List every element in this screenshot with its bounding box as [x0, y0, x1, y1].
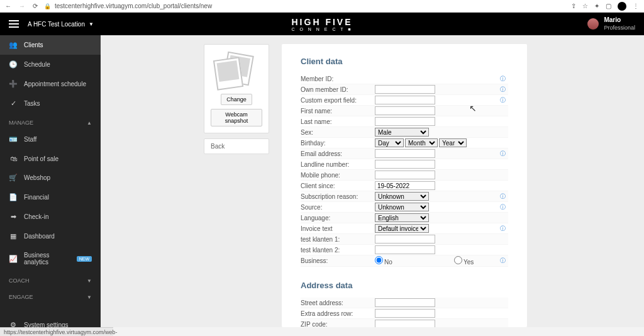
extra-address-input[interactable] — [375, 309, 435, 318]
section-title-client: Client data — [301, 57, 508, 66]
sidebar-item-pos[interactable]: 🛍Point of sale — [0, 149, 101, 168]
sidebar-item-label: Schedule — [24, 61, 50, 68]
sidebar-section-coach[interactable]: COACH▼ — [0, 271, 101, 288]
source-select[interactable]: Unknown — [375, 203, 429, 211]
own-member-id-input[interactable] — [375, 85, 435, 94]
sidebar-section-engage[interactable]: ENGAGE▼ — [0, 288, 101, 304]
nav-reload-icon[interactable]: ⟳ — [33, 3, 38, 9]
business-no-option[interactable]: No — [375, 256, 449, 266]
chevron-up-icon: ▲ — [87, 120, 92, 126]
kebab-icon[interactable]: ⋮ — [633, 3, 639, 9]
sidebar-item-financial[interactable]: 📄Financial — [0, 188, 101, 207]
window-icon[interactable]: ▢ — [606, 3, 611, 9]
label-invoice-text: Invoice text — [301, 225, 375, 232]
sub-reason-select[interactable]: Unknown — [375, 192, 429, 201]
hamburger-icon[interactable] — [9, 20, 19, 28]
test-klanten-1-input[interactable] — [375, 235, 435, 244]
birthday-month-select[interactable]: Month — [405, 138, 438, 147]
sex-select[interactable]: Male — [375, 128, 429, 137]
birthday-day-select[interactable]: Day — [375, 138, 404, 147]
label-test-klanten-2: test klanten 2: — [301, 247, 375, 254]
location-label: A HFC Test Location — [28, 21, 85, 28]
profile-icon[interactable] — [618, 2, 626, 11]
info-icon[interactable]: ⓘ — [500, 257, 506, 265]
dashboard-icon: ▦ — [9, 232, 18, 240]
label-birthday: Birthday: — [301, 140, 375, 147]
nav-back-icon[interactable]: ← — [5, 3, 11, 9]
nav-forward-icon[interactable]: → — [19, 3, 25, 9]
star-icon[interactable]: ☆ — [582, 3, 588, 9]
back-button[interactable]: Back — [204, 138, 269, 154]
sidebar-item-staff[interactable]: 🪪Staff — [0, 130, 101, 149]
info-icon[interactable]: ⓘ — [500, 75, 506, 83]
status-bar: https://testcenterhighfive.virtuagym.com… — [0, 327, 113, 336]
change-photo-button[interactable]: Change — [221, 94, 252, 105]
tasks-icon: ✓ — [9, 99, 18, 108]
label-sub-reason: Subscription reason: — [301, 193, 375, 200]
info-icon[interactable]: ⓘ — [500, 96, 506, 104]
extensions-icon[interactable]: ✦ — [594, 3, 599, 9]
custom-export-input[interactable] — [375, 96, 435, 104]
first-name-input[interactable] — [375, 106, 435, 115]
label-custom-export: Custom export field: — [301, 97, 375, 104]
client-since-input[interactable] — [375, 181, 435, 190]
sidebar-item-system-settings[interactable]: ⚙System settings — [0, 315, 101, 327]
photo-card: Change Webcam snapshot — [204, 44, 269, 133]
schedule-icon: 🕒 — [9, 60, 18, 69]
sidebar-item-dashboard[interactable]: ▦Dashboard — [0, 227, 101, 246]
sidebar-item-label: Clients — [24, 42, 43, 48]
test-klanten-2-input[interactable] — [375, 245, 435, 254]
mobile-input[interactable] — [375, 171, 435, 179]
brand-logo: HIGH FIVE C O N N E C T ■ — [291, 17, 352, 31]
landline-input[interactable] — [375, 160, 435, 169]
email-input[interactable] — [375, 149, 435, 158]
label-first-name: First name: — [301, 108, 375, 115]
pos-icon: 🛍 — [9, 155, 18, 162]
last-name-input[interactable] — [375, 117, 435, 126]
user-menu[interactable]: Mario Professional — [587, 16, 635, 31]
gear-icon: ⚙ — [9, 321, 18, 327]
share-icon[interactable]: ⇪ — [571, 3, 576, 9]
info-icon[interactable]: ⓘ — [500, 225, 506, 233]
sidebar-item-analytics[interactable]: 📈Business analyticsNEW — [0, 246, 101, 271]
sidebar-item-checkin[interactable]: ➡Check-in — [0, 207, 101, 227]
label-street: Street address: — [301, 300, 375, 306]
chevron-down-icon: ▼ — [87, 278, 92, 284]
business-no-radio[interactable] — [375, 256, 383, 264]
sidebar-item-schedule[interactable]: 🕒 Schedule — [0, 55, 101, 74]
user-role: Professional — [604, 24, 635, 31]
invoice-text-select[interactable]: Default invoice text — [375, 224, 429, 233]
business-yes-radio[interactable] — [454, 256, 462, 264]
label-zip: ZIP code: — [301, 321, 375, 328]
webshop-icon: 🛒 — [9, 174, 18, 182]
label-own-member-id: Own member ID: — [301, 86, 375, 93]
sidebar-item-clients[interactable]: 👥 Clients — [0, 35, 101, 55]
url-text: testcenterhighfive.virtuagym.com/club_po… — [55, 3, 212, 9]
label-source: Source: — [301, 204, 375, 211]
checkin-icon: ➡ — [9, 213, 18, 221]
sidebar-item-webshop[interactable]: 🛒Webshop — [0, 168, 101, 188]
sidebar-item-appointment[interactable]: ➕ Appointment schedule — [0, 74, 101, 94]
info-icon[interactable]: ⓘ — [500, 86, 506, 94]
location-dropdown[interactable]: A HFC Test Location ▼ — [28, 21, 94, 28]
street-input[interactable] — [375, 298, 435, 307]
chevron-down-icon: ▼ — [89, 21, 94, 27]
birthday-year-select[interactable]: Year — [439, 138, 467, 147]
label-client-since: Client since: — [301, 182, 375, 189]
browser-chrome: ← → ⟳ 🔒 testcenterhighfive.virtuagym.com… — [0, 0, 644, 13]
chevron-down-icon: ▼ — [87, 294, 92, 300]
info-icon[interactable]: ⓘ — [500, 193, 506, 201]
sidebar: 👥 Clients 🕒 Schedule ➕ Appointment sched… — [0, 35, 101, 327]
info-icon[interactable]: ⓘ — [500, 150, 506, 158]
sidebar-item-tasks[interactable]: ✓ Tasks — [0, 94, 101, 113]
language-select[interactable]: English — [375, 213, 429, 222]
financial-icon: 📄 — [9, 193, 18, 201]
label-test-klanten-1: test klanten 1: — [301, 236, 375, 243]
info-icon[interactable]: ⓘ — [500, 203, 506, 211]
sidebar-section-manage[interactable]: MANAGE▲ — [0, 113, 101, 130]
business-yes-option[interactable]: Yes — [454, 256, 528, 266]
label-business: Business: — [301, 257, 375, 264]
webcam-snapshot-button[interactable]: Webcam snapshot — [211, 109, 262, 126]
label-email: Email address: — [301, 150, 375, 157]
zip-input[interactable] — [375, 320, 435, 327]
